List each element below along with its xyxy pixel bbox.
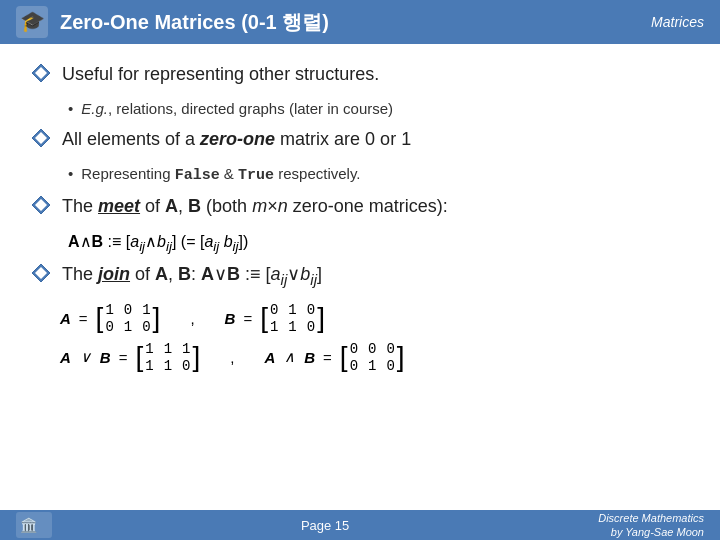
footer-logo: 🏛️	[16, 512, 52, 538]
matrix-B: B = [ 010 110 ]	[225, 302, 325, 335]
matrix-A-grid: 101 010	[105, 302, 150, 335]
item3-text: The meet of A, B (both m×n zero-one matr…	[62, 194, 448, 219]
item2-sub: • Representing False & True respectively…	[68, 165, 690, 184]
list-item: The meet of A, B (both m×n zero-one matr…	[30, 194, 690, 220]
footer-credit-line2: by Yang-Sae Moon	[611, 526, 704, 538]
item2-text: All elements of a zero-one matrix are 0 …	[62, 127, 411, 152]
header: 🎓 Zero-One Matrices (0-1 행렬) Matrices	[0, 0, 720, 44]
footer-credit: Discrete Mathematics by Yang-Sae Moon	[598, 511, 704, 540]
footer-credit-line1: Discrete Mathematics	[598, 512, 704, 524]
header-left: 🎓 Zero-One Matrices (0-1 행렬)	[16, 6, 329, 38]
item1-sub: • E.g., relations, directed graphs (late…	[68, 100, 690, 117]
matrix-AorB: A ∨ B = [ 111 110 ]	[60, 341, 200, 374]
main-content: Useful for representing other structures…	[0, 44, 720, 390]
svg-text:🎓: 🎓	[20, 9, 45, 33]
list-item: All elements of a zero-one matrix are 0 …	[30, 127, 690, 153]
bullet-icon	[30, 194, 52, 220]
item4-text: The join of A, B: A∨B :≡ [aij∨bij]	[62, 262, 322, 290]
matrix-B-grid: 010 110	[270, 302, 315, 335]
matrix-AorB-grid: 111 110	[145, 341, 190, 374]
list-item: The join of A, B: A∨B :≡ [aij∨bij]	[30, 262, 690, 290]
item2-sub-text: Representing False & True respectively.	[81, 165, 360, 184]
page-title: Zero-One Matrices (0-1 행렬)	[60, 9, 329, 36]
matrices-row-2: A ∨ B = [ 111 110 ] , A ∧ B =	[60, 341, 690, 374]
sub-bullet-dot: •	[68, 165, 73, 182]
item1-text: Useful for representing other structures…	[62, 62, 379, 87]
svg-text:🏛️: 🏛️	[20, 517, 38, 534]
footer: 🏛️ Page 15 Discrete Mathematics by Yang-…	[0, 510, 720, 540]
bullet-icon	[30, 127, 52, 153]
matrix-A: A = [ 101 010 ]	[60, 302, 160, 335]
zero-one-text: zero-one	[200, 129, 275, 149]
logo-icon: 🎓	[16, 6, 48, 38]
item3-formula: A∧B :≡ [aij∧bij] (= [aij bij])	[68, 232, 690, 254]
header-label: Matrices	[651, 14, 704, 30]
footer-page: Page 15	[301, 518, 349, 533]
list-item: Useful for representing other structures…	[30, 62, 690, 88]
matrix-AandB: A ∧ B = [ 000 010 ]	[264, 341, 404, 374]
item1-sub-text: E.g., relations, directed graphs (later …	[81, 100, 393, 117]
bullet-icon	[30, 62, 52, 88]
bullet-icon	[30, 262, 52, 288]
matrices-row-1: A = [ 101 010 ] , B = [ 01	[60, 302, 690, 335]
matrices-display: A = [ 101 010 ] , B = [ 01	[60, 302, 690, 374]
sub-bullet-dot: •	[68, 100, 73, 117]
matrix-AandB-grid: 000 010	[350, 341, 395, 374]
